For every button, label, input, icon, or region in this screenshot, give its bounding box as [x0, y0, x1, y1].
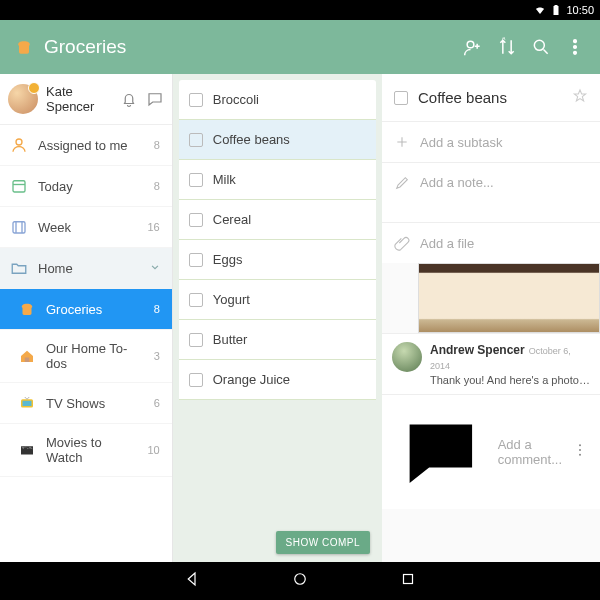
- comment-avatar: [392, 342, 422, 372]
- svg-point-17: [579, 454, 581, 456]
- status-time: 10:50: [566, 4, 594, 16]
- checkbox[interactable]: [189, 373, 203, 387]
- svg-point-7: [574, 52, 577, 55]
- task-label: Milk: [213, 172, 236, 187]
- sort-button[interactable]: A: [496, 36, 518, 58]
- page-title: Groceries: [44, 36, 126, 58]
- task-label: Broccoli: [213, 92, 259, 107]
- svg-rect-11: [25, 358, 30, 363]
- add-note-row[interactable]: Add a note...: [382, 163, 600, 223]
- svg-point-16: [579, 449, 581, 451]
- sidebar-item-label: Assigned to me: [38, 138, 144, 153]
- svg-rect-10: [13, 222, 25, 233]
- sidebar-item-label: Home: [38, 261, 138, 276]
- app-header: Groceries A: [0, 20, 600, 74]
- sidebar-item-movies[interactable]: Movies to Watch 10: [0, 424, 172, 477]
- recents-button[interactable]: [399, 570, 417, 592]
- svg-text:A: A: [502, 37, 506, 41]
- checkbox[interactable]: [189, 173, 203, 187]
- checkbox[interactable]: [189, 253, 203, 267]
- task-label: Coffee beans: [213, 132, 290, 147]
- status-bar: 10:50: [0, 0, 600, 20]
- task-label: Orange Juice: [213, 372, 290, 387]
- sidebar-item-label: TV Shows: [46, 396, 144, 411]
- task-row[interactable]: Yogurt: [179, 280, 376, 320]
- sidebar: Kate Spencer Assigned to me 8 Today 8 We…: [0, 74, 173, 562]
- sidebar-item-assigned[interactable]: Assigned to me 8: [0, 125, 172, 166]
- today-icon: [10, 177, 28, 195]
- sidebar-item-today[interactable]: Today 8: [0, 166, 172, 207]
- sidebar-item-count: 8: [154, 303, 162, 315]
- home-button[interactable]: [291, 570, 309, 592]
- checkbox[interactable]: [189, 93, 203, 107]
- comment-author: Andrew Spencer: [430, 343, 525, 357]
- show-completed-button[interactable]: SHOW COMPL: [276, 531, 370, 554]
- task-label: Yogurt: [213, 292, 250, 307]
- share-button[interactable]: [462, 36, 484, 58]
- svg-point-15: [579, 445, 581, 447]
- sidebar-item-label: Our Home To-dos: [46, 341, 144, 371]
- comment-text: Thank you! And here's a photo of it i...: [430, 374, 590, 386]
- checkbox[interactable]: [394, 91, 408, 105]
- svg-point-6: [574, 46, 577, 49]
- sidebar-item-week[interactable]: Week 16: [0, 207, 172, 248]
- film-icon: [18, 441, 36, 459]
- conversations-icon[interactable]: [146, 90, 164, 108]
- chevron-down-icon: [148, 260, 162, 277]
- add-file-row[interactable]: Add a file: [382, 223, 600, 263]
- task-list-panel: Broccoli Coffee beans Milk Cereal Eggs Y…: [173, 74, 382, 562]
- svg-rect-19: [404, 575, 413, 584]
- folder-icon: [10, 259, 28, 277]
- task-row[interactable]: Coffee beans: [179, 120, 376, 160]
- tv-icon: [18, 394, 36, 412]
- sidebar-item-label: Week: [38, 220, 138, 235]
- bread-icon: [18, 300, 36, 318]
- svg-point-5: [574, 40, 577, 43]
- task-row[interactable]: Milk: [179, 160, 376, 200]
- task-row[interactable]: Butter: [179, 320, 376, 360]
- sidebar-item-groceries[interactable]: Groceries 8: [0, 289, 172, 330]
- svg-rect-0: [554, 6, 559, 15]
- task-row[interactable]: Broccoli: [179, 80, 376, 120]
- sidebar-item-count: 8: [154, 180, 162, 192]
- checkbox[interactable]: [189, 293, 203, 307]
- speech-icon: [394, 405, 488, 499]
- svg-point-8: [16, 139, 22, 145]
- detail-panel: Coffee beans Add a subtask Add a note...…: [382, 74, 600, 562]
- sidebar-folder-home[interactable]: Home: [0, 248, 172, 289]
- week-icon: [10, 218, 28, 236]
- overflow-menu-button[interactable]: [564, 36, 586, 58]
- sidebar-item-label: Groceries: [46, 302, 144, 317]
- sidebar-item-home-todos[interactable]: Our Home To-dos 3: [0, 330, 172, 383]
- sidebar-item-tv-shows[interactable]: TV Shows 6: [0, 383, 172, 424]
- battery-icon: [550, 4, 562, 16]
- comment: Andrew SpencerOctober 6, 2014 Thank you!…: [382, 333, 600, 394]
- avatar: [8, 84, 38, 114]
- add-comment-row[interactable]: Add a comment...: [382, 394, 600, 509]
- add-comment-label: Add a comment...: [498, 437, 562, 467]
- star-button[interactable]: [572, 88, 588, 107]
- add-subtask-label: Add a subtask: [420, 135, 502, 150]
- svg-rect-1: [555, 5, 558, 7]
- sidebar-item-count: 10: [148, 444, 162, 456]
- checkbox[interactable]: [189, 333, 203, 347]
- checkbox[interactable]: [189, 213, 203, 227]
- system-nav-bar: [0, 562, 600, 600]
- task-row[interactable]: Cereal: [179, 200, 376, 240]
- task-row[interactable]: Orange Juice: [179, 360, 376, 400]
- add-subtask-row[interactable]: Add a subtask: [382, 122, 600, 163]
- search-button[interactable]: [530, 36, 552, 58]
- svg-point-18: [295, 574, 306, 585]
- attachment-thumbnail[interactable]: [418, 263, 600, 333]
- profile-row[interactable]: Kate Spencer: [0, 74, 172, 125]
- task-row[interactable]: Eggs: [179, 240, 376, 280]
- back-button[interactable]: [183, 570, 201, 592]
- notifications-icon[interactable]: [120, 90, 138, 108]
- detail-title[interactable]: Coffee beans: [418, 89, 562, 106]
- wifi-icon: [534, 4, 546, 16]
- comment-overflow-button[interactable]: [572, 442, 588, 461]
- svg-point-4: [534, 40, 544, 50]
- house-icon: [18, 347, 36, 365]
- checkbox[interactable]: [189, 133, 203, 147]
- person-icon: [10, 136, 28, 154]
